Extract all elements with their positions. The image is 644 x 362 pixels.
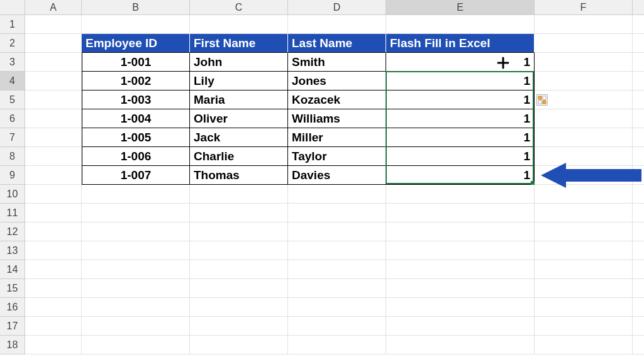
cell-A3[interactable] bbox=[25, 53, 82, 72]
cell-D18[interactable] bbox=[288, 336, 386, 354]
table-header-C[interactable]: First Name bbox=[190, 34, 288, 53]
row-header-12[interactable]: 12 bbox=[0, 222, 25, 241]
cell-C13[interactable] bbox=[190, 241, 288, 260]
cell-B14[interactable] bbox=[82, 260, 190, 279]
table-header-D[interactable]: Last Name bbox=[288, 34, 386, 53]
cell-G15[interactable] bbox=[633, 279, 644, 298]
cell-A11[interactable] bbox=[25, 204, 82, 222]
cell-E10[interactable] bbox=[386, 185, 535, 204]
cell-B17[interactable] bbox=[82, 317, 190, 336]
cell-F13[interactable] bbox=[535, 241, 633, 260]
table-header-E[interactable]: Flash Fill in Excel bbox=[386, 34, 535, 53]
row-header-14[interactable]: 14 bbox=[0, 260, 25, 279]
cell-E1[interactable] bbox=[386, 15, 535, 34]
cell-E8[interactable]: 1 bbox=[386, 147, 535, 166]
cell-A16[interactable] bbox=[25, 298, 82, 317]
cell-A5[interactable] bbox=[25, 90, 82, 109]
cell-A4[interactable] bbox=[25, 72, 82, 90]
row-header-6[interactable]: 6 bbox=[0, 109, 25, 128]
cell-A2[interactable] bbox=[25, 34, 82, 53]
cell-D14[interactable] bbox=[288, 260, 386, 279]
cell-B6[interactable]: 1-004 bbox=[82, 109, 190, 128]
cell-C4[interactable]: Lily bbox=[190, 72, 288, 90]
cell-B11[interactable] bbox=[82, 204, 190, 222]
cell-B9[interactable]: 1-007 bbox=[82, 166, 190, 185]
column-header-F[interactable]: F bbox=[535, 0, 633, 15]
row-header-11[interactable]: 11 bbox=[0, 204, 25, 222]
column-header-G[interactable]: G bbox=[633, 0, 644, 15]
cell-G6[interactable] bbox=[633, 109, 644, 128]
column-header-D[interactable]: D bbox=[288, 0, 386, 15]
cell-E18[interactable] bbox=[386, 336, 535, 354]
cell-F16[interactable] bbox=[535, 298, 633, 317]
cell-D17[interactable] bbox=[288, 317, 386, 336]
cell-C7[interactable]: Jack bbox=[190, 128, 288, 147]
cell-A12[interactable] bbox=[25, 222, 82, 241]
cell-C15[interactable] bbox=[190, 279, 288, 298]
cell-C8[interactable]: Charlie bbox=[190, 147, 288, 166]
cell-B5[interactable]: 1-003 bbox=[82, 90, 190, 109]
cell-B3[interactable]: 1-001 bbox=[82, 53, 190, 72]
cell-C10[interactable] bbox=[190, 185, 288, 204]
column-header-C[interactable]: C bbox=[190, 0, 288, 15]
cell-C11[interactable] bbox=[190, 204, 288, 222]
column-header-B[interactable]: B bbox=[82, 0, 190, 15]
cell-B18[interactable] bbox=[82, 336, 190, 354]
cell-F6[interactable] bbox=[535, 109, 633, 128]
cell-A13[interactable] bbox=[25, 241, 82, 260]
cell-C9[interactable]: Thomas bbox=[190, 166, 288, 185]
cell-F12[interactable] bbox=[535, 222, 633, 241]
cell-E3[interactable]: 1 bbox=[386, 53, 535, 72]
row-header-7[interactable]: 7 bbox=[0, 128, 25, 147]
cell-D11[interactable] bbox=[288, 204, 386, 222]
cell-G1[interactable] bbox=[633, 15, 644, 34]
cell-A15[interactable] bbox=[25, 279, 82, 298]
cell-A8[interactable] bbox=[25, 147, 82, 166]
cell-F14[interactable] bbox=[535, 260, 633, 279]
row-header-8[interactable]: 8 bbox=[0, 147, 25, 166]
cell-D7[interactable]: Miller bbox=[288, 128, 386, 147]
cell-F2[interactable] bbox=[535, 34, 633, 53]
cell-F18[interactable] bbox=[535, 336, 633, 354]
row-header-13[interactable]: 13 bbox=[0, 241, 25, 260]
cell-E4[interactable]: 1 bbox=[386, 72, 535, 90]
column-header-E[interactable]: E bbox=[386, 0, 535, 15]
cell-C3[interactable]: John bbox=[190, 53, 288, 72]
cell-B15[interactable] bbox=[82, 279, 190, 298]
cell-G7[interactable] bbox=[633, 128, 644, 147]
row-header-17[interactable]: 17 bbox=[0, 317, 25, 336]
row-header-9[interactable]: 9 bbox=[0, 166, 25, 185]
cell-G13[interactable] bbox=[633, 241, 644, 260]
cell-B16[interactable] bbox=[82, 298, 190, 317]
select-all-corner[interactable] bbox=[0, 0, 25, 15]
cell-G18[interactable] bbox=[633, 336, 644, 354]
cell-A1[interactable] bbox=[25, 15, 82, 34]
cell-F7[interactable] bbox=[535, 128, 633, 147]
cell-E13[interactable] bbox=[386, 241, 535, 260]
cell-A7[interactable] bbox=[25, 128, 82, 147]
cell-F17[interactable] bbox=[535, 317, 633, 336]
cell-D1[interactable] bbox=[288, 15, 386, 34]
cell-F15[interactable] bbox=[535, 279, 633, 298]
row-header-15[interactable]: 15 bbox=[0, 279, 25, 298]
cell-D16[interactable] bbox=[288, 298, 386, 317]
cell-D8[interactable]: Taylor bbox=[288, 147, 386, 166]
cell-C16[interactable] bbox=[190, 298, 288, 317]
row-header-4[interactable]: 4 bbox=[0, 72, 25, 90]
cell-G16[interactable] bbox=[633, 298, 644, 317]
cell-A6[interactable] bbox=[25, 109, 82, 128]
table-header-B[interactable]: Employee ID bbox=[82, 34, 190, 53]
cell-D6[interactable]: Williams bbox=[288, 109, 386, 128]
row-header-10[interactable]: 10 bbox=[0, 185, 25, 204]
cell-B10[interactable] bbox=[82, 185, 190, 204]
row-header-1[interactable]: 1 bbox=[0, 15, 25, 34]
cell-G17[interactable] bbox=[633, 317, 644, 336]
cell-E9[interactable]: 1 bbox=[386, 166, 535, 185]
cell-D12[interactable] bbox=[288, 222, 386, 241]
cell-G4[interactable] bbox=[633, 72, 644, 90]
cell-C5[interactable]: Maria bbox=[190, 90, 288, 109]
cell-G11[interactable] bbox=[633, 204, 644, 222]
cell-C6[interactable]: Oliver bbox=[190, 109, 288, 128]
cell-E14[interactable] bbox=[386, 260, 535, 279]
cell-G3[interactable] bbox=[633, 53, 644, 72]
